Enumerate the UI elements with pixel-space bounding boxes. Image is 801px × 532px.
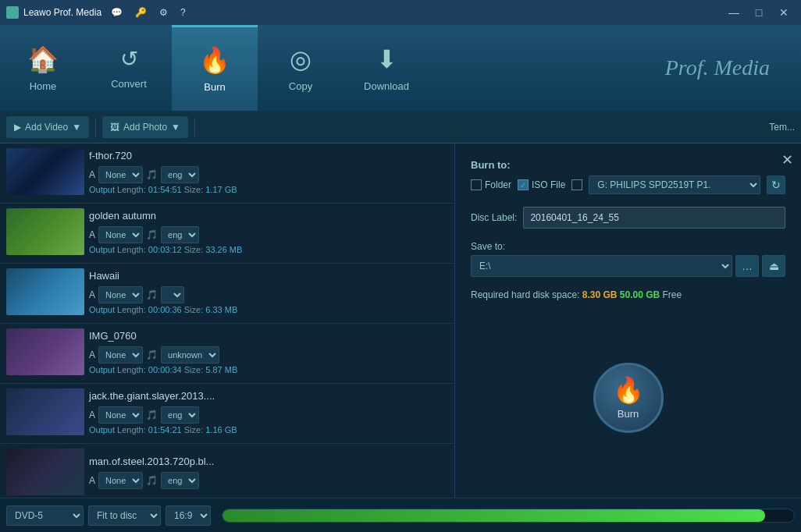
toolbar-separator-2 [194, 118, 195, 137]
nav-copy[interactable]: ◎ Copy [258, 25, 344, 111]
file-size: 1.17 GB [205, 185, 237, 194]
file-length: 01:54:21 [148, 425, 182, 434]
nav-home[interactable]: 🏠 Home [0, 25, 86, 111]
close-button[interactable]: ✕ [773, 4, 795, 21]
file-size: 1.16 GB [205, 425, 237, 434]
help-icon[interactable]: ? [176, 5, 190, 20]
burn-flame-icon: 🔥 [613, 375, 644, 405]
output-label: Output [89, 425, 115, 434]
audio-icon: 🎵 [146, 169, 158, 180]
subtitle-select[interactable]: None [98, 226, 143, 243]
aspect-select[interactable]: 16:9 4:3 [166, 505, 211, 526]
subtitle-icon: A [89, 169, 95, 180]
audio-select[interactable] [161, 286, 184, 303]
maximize-button[interactable]: □ [748, 4, 770, 21]
subtitle-icon: A [89, 349, 95, 360]
file-output: Output Length: 01:54:21 Size: 1.16 GB [89, 425, 448, 434]
bottom-bar: DVD-5 DVD-9 Blu-ray 25G Blu-ray 50G Fit … [0, 498, 801, 532]
file-thumbnail [6, 449, 84, 495]
copy-icon: ◎ [290, 44, 312, 74]
file-item: jack.the.giant.slayer.2013.... A None 🎵 … [0, 384, 454, 444]
subtitle-select[interactable]: None [98, 286, 143, 303]
save-to-label: Save to: [471, 241, 785, 252]
download-nav-icon: ⬇ [376, 44, 397, 74]
burn-to-section: Burn to: Folder ISO File G: PHILIPS SPD2… [471, 159, 785, 194]
audio-icon: 🎵 [146, 289, 158, 300]
file-row: IMG_0760 A None 🎵 unknown Output Length:… [6, 328, 448, 375]
fit-type-select[interactable]: Fit to disc No Scaling [88, 505, 161, 526]
disk-free-gb: 50.00 GB [620, 289, 660, 300]
audio-icon: 🎵 [146, 410, 158, 420]
drive-select[interactable]: G: PHILIPS SPD2519T P1. [589, 176, 760, 194]
file-output: Output Length: 01:54:51 Size: 1.17 GB [89, 185, 448, 194]
file-info: man.of.steel.2013.720p.bl... A None 🎵 en… [89, 456, 448, 489]
file-item: golden autumn A None 🎵 eng Output Length… [0, 204, 454, 264]
audio-select[interactable]: eng [161, 406, 199, 424]
file-item: f-thor.720 A None 🎵 eng Output Length: 0… [0, 144, 454, 204]
home-icon: 🏠 [27, 44, 59, 74]
add-video-button[interactable]: ▶ Add Video ▼ [6, 116, 89, 138]
browse-button[interactable]: … [735, 255, 759, 277]
iso-checkbox[interactable] [518, 179, 529, 190]
audio-select[interactable]: eng [161, 472, 199, 489]
file-name: IMG_0760 [89, 330, 448, 342]
minimize-button[interactable]: — [723, 4, 745, 21]
nav-convert[interactable]: ↺ Convert [86, 25, 172, 111]
nav-burn[interactable]: 🔥 Burn [172, 25, 258, 111]
add-photo-label: Add Photo [123, 122, 167, 133]
file-name: golden autumn [89, 210, 448, 222]
add-photo-button[interactable]: 🖼 Add Photo ▼ [102, 116, 188, 138]
burn-to-label: Burn to: [471, 159, 785, 171]
drive-checkbox[interactable] [571, 179, 582, 190]
refresh-button[interactable]: ↻ [767, 176, 785, 194]
disk-space-label: Required hard disk space: [471, 289, 579, 300]
subtitle-icon: A [89, 229, 95, 240]
folder-checkbox[interactable] [471, 179, 482, 190]
eject-button[interactable]: ⏏ [762, 255, 785, 277]
file-controls: A None 🎵 unknown [89, 346, 448, 364]
panel-close-button[interactable]: ✕ [781, 151, 793, 168]
file-name: Hawaii [89, 270, 448, 282]
disc-label-input[interactable] [523, 207, 785, 229]
save-to-row: E:\ … ⏏ [471, 255, 785, 277]
burn-to-row: Folder ISO File G: PHILIPS SPD2519T P1. … [471, 176, 785, 194]
disc-type-select[interactable]: DVD-5 DVD-9 Blu-ray 25G Blu-ray 50G [6, 505, 84, 526]
file-item: Hawaii A None 🎵 Output Length: 00:00:36 … [0, 264, 454, 324]
main-layout: f-thor.720 A None 🎵 eng Output Length: 0… [0, 144, 801, 498]
subtitle-select[interactable]: None [98, 346, 143, 364]
file-row: Hawaii A None 🎵 Output Length: 00:00:36 … [6, 268, 448, 315]
file-info: golden autumn A None 🎵 eng Output Length… [89, 210, 448, 254]
save-to-section: Save to: E:\ … ⏏ [471, 241, 785, 277]
subtitle-select[interactable]: None [98, 472, 143, 489]
key-icon[interactable]: 🔑 [130, 5, 151, 20]
burn-button-label: Burn [618, 408, 639, 420]
audio-select[interactable]: unknown [161, 346, 219, 364]
output-label: Output [89, 245, 115, 254]
audio-select[interactable]: eng [161, 226, 199, 243]
save-path-select[interactable]: E:\ [471, 255, 732, 277]
add-photo-chevron: ▼ [171, 122, 180, 133]
burn-button[interactable]: 🔥 Burn [593, 363, 664, 433]
subtitle-select[interactable]: None [98, 166, 143, 183]
audio-icon: 🎵 [146, 475, 158, 486]
nav-home-label: Home [30, 80, 57, 92]
nav-download[interactable]: ⬇ Download [344, 25, 429, 111]
audio-icon: 🎵 [146, 229, 158, 240]
file-thumbnail [6, 388, 84, 435]
folder-label: Folder [485, 179, 511, 190]
file-thumbnail [6, 148, 84, 195]
disc-label-prefix: Disc Label: [471, 212, 517, 223]
toolbar: ▶ Add Video ▼ 🖼 Add Photo ▼ Tem... [0, 111, 801, 144]
file-controls: A None 🎵 [89, 286, 448, 303]
progress-bar-fill [222, 509, 765, 522]
audio-select[interactable]: eng [161, 166, 199, 183]
chat-icon[interactable]: 💬 [106, 5, 127, 20]
file-length: 00:00:36 [148, 305, 182, 314]
file-controls: A None 🎵 eng [89, 406, 448, 424]
file-row: man.of.steel.2013.720p.bl... A None 🎵 en… [6, 449, 448, 495]
settings-icon[interactable]: ⚙ [155, 5, 173, 20]
subtitle-select[interactable]: None [98, 406, 143, 424]
subtitle-icon: A [89, 289, 95, 300]
file-controls: A None 🎵 eng [89, 166, 448, 183]
file-thumbnail [6, 268, 84, 315]
